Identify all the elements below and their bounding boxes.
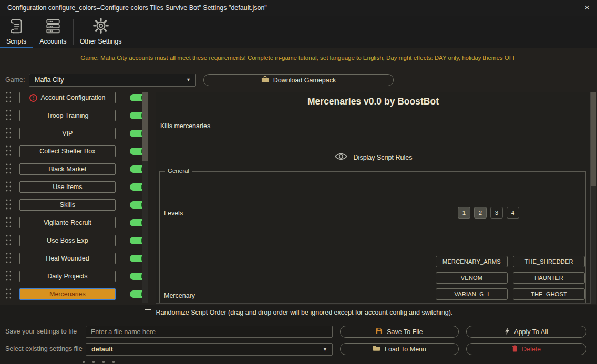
apply-to-all-button[interactable]: Apply To All — [466, 326, 586, 338]
settings-file-select[interactable]: default ▼ — [86, 343, 333, 356]
script-button-vip[interactable]: VIP — [19, 128, 115, 139]
script-label: Mercenaries — [49, 290, 86, 298]
drag-handle-icon[interactable] — [6, 163, 11, 175]
drag-handle-icon[interactable] — [6, 271, 11, 282]
mercenary-button-the-ghost[interactable]: THE_GHOST — [513, 288, 585, 300]
drag-handle-icon[interactable] — [6, 110, 11, 121]
window-title: Configuration configure_colors=Configure… — [7, 0, 267, 16]
eye-icon — [334, 152, 348, 163]
script-button-vigilante-recruit[interactable]: Vigilante Recruit — [19, 217, 115, 228]
save-to-file-label: Save To File — [387, 328, 423, 336]
tab-other-settings[interactable]: Other Settings — [74, 16, 128, 48]
script-item: Black Market — [4, 163, 147, 175]
tab-bar: Scripts Accounts — [0, 16, 597, 48]
drag-handle-icon[interactable] — [6, 92, 11, 103]
script-button-daily-projects[interactable]: Daily Projects — [19, 271, 115, 282]
script-label: Vigilante Recruit — [44, 219, 91, 226]
script-label: Skills — [60, 201, 75, 209]
trash-icon — [512, 345, 518, 353]
script-button-heal-wounded[interactable]: Heal Wounded — [19, 253, 115, 264]
drag-handle-icon[interactable] — [6, 181, 11, 193]
script-button-account-configuration[interactable]: ! Account Configuration — [19, 92, 115, 103]
load-to-menu-button[interactable]: Load To Menu — [340, 343, 459, 355]
sidebar-scrollbar[interactable] — [142, 92, 148, 303]
script-label: Use Boss Exp — [47, 237, 88, 244]
settings-file-value: default — [91, 346, 113, 353]
script-item: Daily Projects — [4, 271, 147, 282]
server-stack-icon — [45, 18, 61, 36]
delete-label: Delete — [522, 346, 541, 353]
drag-handle-icon[interactable] — [6, 199, 11, 211]
level-button-4[interactable]: 4 — [507, 207, 519, 219]
script-button-use-items[interactable]: Use Items — [19, 181, 115, 193]
mercenary-button-haunter[interactable]: HAUNTER — [513, 272, 585, 284]
folder-icon — [373, 345, 380, 353]
randomize-row: Randomize Script Order (drag and drop or… — [0, 309, 597, 316]
file-name-input[interactable] — [86, 326, 333, 338]
script-button-black-market[interactable]: Black Market — [19, 163, 115, 175]
apply-to-all-label: Apply To All — [514, 328, 548, 336]
script-label: Black Market — [48, 165, 86, 173]
tab-other-settings-label: Other Settings — [80, 38, 122, 45]
close-icon[interactable]: × — [584, 0, 590, 16]
level-button-3[interactable]: 3 — [490, 207, 503, 219]
titlebar: Configuration configure_colors=Configure… — [0, 0, 597, 16]
tab-scripts-label: Scripts — [6, 38, 26, 45]
game-select[interactable]: Mafia City ▼ — [29, 74, 196, 87]
script-description: Kills mercenaries — [160, 122, 210, 130]
sidebar-scrollbar-thumb[interactable] — [142, 92, 148, 161]
script-label: Account Configuration — [40, 94, 105, 101]
download-gamepack-button[interactable]: Download Gamepack — [203, 74, 394, 86]
configuration-window: Configuration configure_colors=Configure… — [0, 0, 597, 364]
load-to-menu-label: Load To Menu — [385, 346, 426, 353]
mercenary-label: Mercenary — [164, 292, 195, 299]
warning-icon: ! — [29, 94, 37, 102]
script-item: Use Boss Exp — [4, 235, 147, 246]
general-groupbox-label: General — [165, 168, 192, 174]
randomize-checkbox[interactable] — [145, 309, 151, 316]
mercenary-button-mercenary-arms[interactable]: MERCENARY_ARMS — [436, 256, 508, 267]
save-to-file-button[interactable]: Save To File — [340, 326, 459, 338]
footer: Randomize Script Order (drag and drop or… — [0, 305, 597, 364]
save-settings-label: Save your settings to file — [5, 328, 77, 335]
script-button-mercenaries[interactable]: Mercenaries — [19, 288, 115, 300]
tab-scripts[interactable]: Scripts — [0, 16, 33, 48]
mercenary-button-the-shredder[interactable]: THE_SHREDDER — [513, 256, 585, 267]
randomize-label: Randomize Script Order (drag and drop or… — [156, 309, 453, 316]
content-area: Game: Mafia City accounts must all meet … — [0, 48, 597, 305]
script-button-skills[interactable]: Skills — [19, 199, 115, 211]
chevron-down-icon: ▼ — [323, 344, 327, 355]
lightning-icon — [505, 328, 510, 336]
panel-scrollbar-thumb[interactable] — [591, 92, 596, 186]
gear-icon — [92, 17, 110, 36]
delete-button[interactable]: Delete — [466, 343, 586, 355]
drag-handle-icon[interactable] — [6, 235, 11, 246]
level-button-1[interactable]: 1 — [458, 207, 470, 219]
drag-handle-icon[interactable] — [6, 288, 11, 300]
display-script-rules-button[interactable]: Display Script Rules — [156, 152, 590, 163]
levels-label: Levels — [164, 210, 183, 217]
drag-handle-icon[interactable] — [6, 128, 11, 139]
script-button-troop-training[interactable]: Troop Training — [19, 110, 115, 121]
script-button-collect-shelter-box[interactable]: Collect Shelter Box — [19, 145, 115, 157]
script-item: Use Items — [4, 181, 147, 193]
game-label: Game: — [5, 76, 25, 84]
panel-scrollbar[interactable] — [591, 92, 596, 304]
script-label: Use Items — [53, 183, 82, 191]
drag-handle-icon[interactable] — [6, 253, 11, 264]
script-label: Daily Projects — [47, 273, 87, 280]
tab-accounts-label: Accounts — [39, 38, 66, 45]
drag-handle-icon[interactable] — [6, 217, 11, 228]
floppy-disk-icon — [376, 328, 383, 336]
script-button-use-boss-exp[interactable]: Use Boss Exp — [19, 235, 115, 246]
script-list: ! Account Configuration Troop Training V… — [4, 92, 147, 303]
script-item: Heal Wounded — [4, 253, 147, 264]
tab-accounts[interactable]: Accounts — [33, 16, 73, 48]
drag-handle-icon[interactable] — [6, 145, 11, 157]
mercenary-button-venom[interactable]: VENOM — [436, 272, 508, 284]
level-button-2[interactable]: 2 — [474, 207, 487, 219]
select-settings-label: Select existing settings file — [5, 345, 83, 352]
script-item: Troop Training — [4, 110, 147, 121]
script-item: Collect Shelter Box — [4, 145, 147, 157]
mercenary-button-varian-g-i[interactable]: VARIAN_G_I — [436, 288, 508, 300]
